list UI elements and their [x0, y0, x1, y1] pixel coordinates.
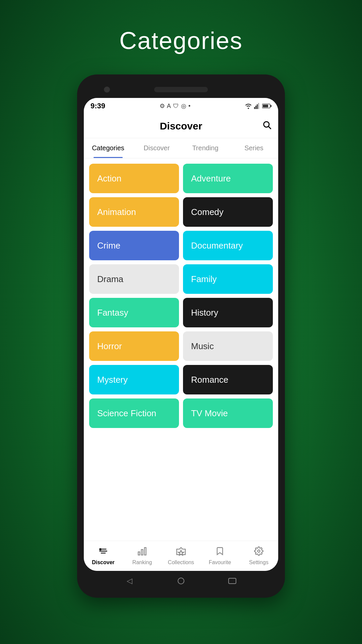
- category-tv-movie[interactable]: TV Movie: [183, 398, 273, 428]
- collections-nav-icon: [176, 546, 186, 558]
- nav-favourite[interactable]: Favourite: [200, 544, 239, 568]
- a-status-icon: A: [167, 103, 171, 110]
- category-documentary[interactable]: Documentary: [183, 231, 273, 260]
- svg-rect-11: [141, 549, 143, 555]
- status-icons-right: [245, 103, 272, 109]
- favourite-nav-icon: [215, 546, 225, 558]
- wifi-icon: [245, 103, 252, 109]
- phone-top-bar: [84, 81, 278, 98]
- svg-rect-2: [257, 104, 258, 109]
- category-romance[interactable]: Romance: [183, 365, 273, 394]
- phone-screen: 9:39 ⚙ A 🛡 ◎ •: [84, 98, 278, 571]
- svg-rect-6: [263, 105, 268, 107]
- page-background-title: Categories: [119, 27, 243, 54]
- status-icons-left: ⚙ A 🛡 ◎ •: [160, 102, 190, 110]
- search-button[interactable]: [262, 120, 272, 132]
- category-adventure[interactable]: Adventure: [183, 164, 273, 193]
- category-drama[interactable]: Drama: [89, 264, 179, 294]
- tab-categories[interactable]: Categories: [84, 138, 132, 158]
- status-time: 9:39: [90, 102, 105, 110]
- nav-discover[interactable]: Discover: [84, 544, 123, 568]
- nav-settings[interactable]: Settings: [239, 544, 278, 568]
- svg-rect-3: [258, 103, 259, 109]
- svg-rect-9: [99, 548, 101, 550]
- svg-line-8: [268, 126, 270, 128]
- categories-grid: Action Adventure Animation Comedy Crime …: [84, 158, 278, 541]
- status-bar: 9:39 ⚙ A 🛡 ◎ •: [84, 98, 278, 114]
- signal-icon: [254, 103, 260, 109]
- back-gesture[interactable]: ◁: [123, 574, 136, 588]
- settings-nav-icon: [254, 546, 263, 558]
- category-mystery[interactable]: Mystery: [89, 365, 179, 394]
- svg-rect-0: [254, 107, 255, 109]
- settings-status-icon: ⚙: [160, 102, 165, 110]
- tab-discover[interactable]: Discover: [132, 138, 181, 158]
- speaker-grille: [154, 87, 208, 92]
- circle-status-icon: ◎: [181, 102, 186, 110]
- category-family[interactable]: Family: [183, 264, 273, 294]
- category-crime[interactable]: Crime: [89, 231, 179, 260]
- collections-nav-label: Collections: [168, 559, 194, 566]
- shield-status-icon: 🛡: [173, 103, 179, 110]
- app-header: Discover: [84, 114, 278, 138]
- tabs-bar: Categories Discover Trending Series: [84, 138, 278, 158]
- svg-rect-1: [255, 106, 256, 109]
- category-fantasy[interactable]: Fantasy: [89, 298, 179, 327]
- category-history[interactable]: History: [183, 298, 273, 327]
- recents-gesture[interactable]: [226, 574, 239, 588]
- home-gesture[interactable]: [174, 574, 188, 588]
- svg-rect-10: [138, 552, 140, 555]
- favourite-nav-label: Favourite: [209, 559, 231, 566]
- svg-marker-14: [178, 550, 184, 555]
- category-horror[interactable]: Horror: [89, 331, 179, 361]
- settings-nav-label: Settings: [249, 559, 268, 566]
- discover-nav-label: Discover: [92, 559, 115, 566]
- phone-bottom-bar: ◁: [84, 571, 278, 591]
- svg-rect-5: [270, 105, 272, 107]
- nav-ranking[interactable]: Ranking: [123, 544, 162, 568]
- ranking-nav-icon: [137, 546, 147, 558]
- phone-frame: 9:39 ⚙ A 🛡 ◎ •: [77, 74, 285, 598]
- front-camera: [104, 87, 110, 93]
- app-title: Discover: [160, 120, 202, 132]
- dot-status-icon: •: [188, 103, 190, 110]
- bottom-navigation: Discover Ranking: [84, 541, 278, 571]
- tab-trending[interactable]: Trending: [181, 138, 230, 158]
- battery-icon: [262, 103, 272, 109]
- ranking-nav-label: Ranking: [132, 559, 152, 566]
- discover-nav-icon: [99, 546, 108, 558]
- category-animation[interactable]: Animation: [89, 197, 179, 227]
- nav-collections[interactable]: Collections: [162, 544, 200, 568]
- category-comedy[interactable]: Comedy: [183, 197, 273, 227]
- category-music[interactable]: Music: [183, 331, 273, 361]
- svg-rect-12: [144, 548, 146, 555]
- category-science-fiction[interactable]: Science Fiction: [89, 398, 179, 428]
- svg-point-15: [258, 550, 260, 552]
- tab-series[interactable]: Series: [230, 138, 278, 158]
- category-action[interactable]: Action: [89, 164, 179, 193]
